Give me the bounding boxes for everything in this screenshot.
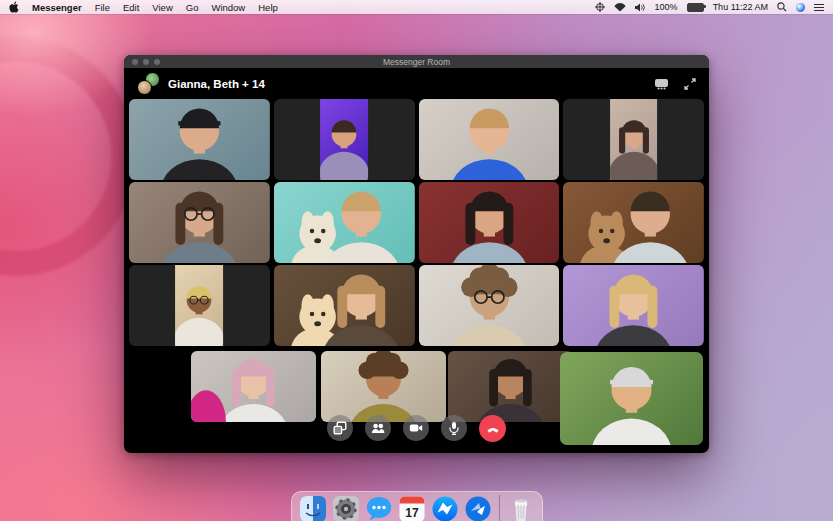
camera-icon — [409, 421, 423, 435]
video-grid — [129, 99, 704, 453]
participant-tile-person-peace-sign[interactable] — [129, 265, 270, 346]
notification-center-icon[interactable] — [814, 3, 824, 12]
apple-menu-icon[interactable] — [9, 1, 19, 13]
calendar-app-icon[interactable]: 17 — [398, 495, 426, 521]
room-header: Gianna, Beth + 14 — [124, 68, 709, 99]
participant-tile-man-waving-blue-hoodie[interactable] — [419, 99, 560, 180]
minimize-window-button[interactable] — [143, 59, 149, 65]
messenger-app-icon[interactable] — [431, 495, 459, 521]
menu-item-help[interactable]: Help — [258, 2, 278, 13]
participant-tile-man-backwards-cap[interactable] — [129, 99, 270, 180]
mic-button[interactable] — [441, 415, 467, 441]
battery-icon[interactable] — [687, 3, 704, 12]
siri-icon[interactable] — [796, 3, 805, 12]
participant-tile-blonde-woman-purple-wall[interactable] — [563, 265, 704, 346]
screen-share-button[interactable] — [327, 415, 353, 441]
traffic-lights — [132, 59, 160, 65]
participant-tile-astronaut-space-effect[interactable] — [274, 99, 415, 180]
trash-icon[interactable] — [507, 495, 535, 521]
spotlight-icon[interactable] — [777, 2, 787, 12]
menu-item-go[interactable]: Go — [186, 2, 199, 13]
end-call-icon — [486, 422, 500, 436]
end-call-button[interactable] — [479, 415, 506, 442]
system-preferences-app-icon[interactable] — [332, 495, 360, 521]
participant-avatars — [137, 72, 160, 95]
participant-tile-woman-red-door[interactable] — [419, 182, 560, 263]
participant-tile-pink-hair-woman[interactable] — [191, 351, 316, 422]
messages-app-icon[interactable] — [365, 495, 393, 521]
participant-tile-woman-with-child[interactable] — [274, 265, 415, 346]
menu-item-edit[interactable]: Edit — [123, 2, 139, 13]
zoom-window-button[interactable] — [154, 59, 160, 65]
room-title: Gianna, Beth + 14 — [168, 78, 265, 90]
call-controls — [124, 415, 709, 442]
window-title: Messenger Room — [383, 57, 450, 67]
participant-tile-woman-cat-ears-filter[interactable] — [563, 99, 704, 180]
dock-separator — [499, 495, 500, 521]
menu-item-view[interactable]: View — [152, 2, 172, 13]
menu-item-app[interactable]: Messenger — [32, 2, 82, 13]
menu-bar-left: Messenger File Edit View Go Window Help — [9, 1, 278, 13]
wifi-icon[interactable] — [614, 3, 626, 12]
menu-bar-status-area: 100% Thu 11:22 AM — [595, 2, 824, 12]
participant-tile-man-with-collie-dog[interactable] — [563, 182, 704, 263]
video-grid-row — [129, 265, 704, 346]
mic-icon — [447, 421, 461, 435]
menu-bar-clock[interactable]: Thu 11:22 AM — [713, 2, 768, 12]
dock: 17 — [291, 491, 543, 521]
fullscreen-icon[interactable] — [684, 78, 696, 90]
video-grid-row — [129, 99, 704, 180]
portrait-video — [320, 99, 368, 180]
menu-item-file[interactable]: File — [95, 2, 110, 13]
grid-view-icon[interactable] — [654, 78, 669, 90]
origami-studio-app-icon[interactable] — [464, 495, 492, 521]
video-grid-row — [129, 182, 704, 263]
menu-item-window[interactable]: Window — [211, 2, 245, 13]
avatar — [137, 80, 152, 95]
people-icon — [371, 421, 385, 435]
menu-bar: Messenger File Edit View Go Window Help … — [0, 0, 833, 14]
portrait-video — [610, 99, 658, 180]
close-window-button[interactable] — [132, 59, 138, 65]
messenger-room-window: Messenger Room Gianna, Beth + 14 — [124, 55, 709, 453]
participant-tile-woman-olive-sweater-plants[interactable] — [321, 351, 446, 422]
camera-button[interactable] — [403, 415, 429, 441]
finder-app-icon[interactable] — [299, 495, 327, 521]
window-titlebar[interactable]: Messenger Room — [124, 55, 709, 68]
portrait-video — [175, 265, 223, 346]
calendar-day-number: 17 — [405, 506, 419, 520]
battery-percent: 100% — [655, 2, 678, 12]
input-source-icon[interactable] — [595, 2, 605, 12]
volume-icon[interactable] — [635, 3, 646, 12]
participant-tile-woman-resting-head[interactable] — [448, 351, 573, 422]
participant-tile-woman-leopard-cardigan[interactable] — [419, 265, 560, 346]
participant-tile-woman-glasses-apartment[interactable] — [129, 182, 270, 263]
screen-share-icon — [333, 421, 347, 435]
participants-button[interactable] — [365, 415, 391, 441]
participant-tile-man-with-white-dog[interactable] — [274, 182, 415, 263]
